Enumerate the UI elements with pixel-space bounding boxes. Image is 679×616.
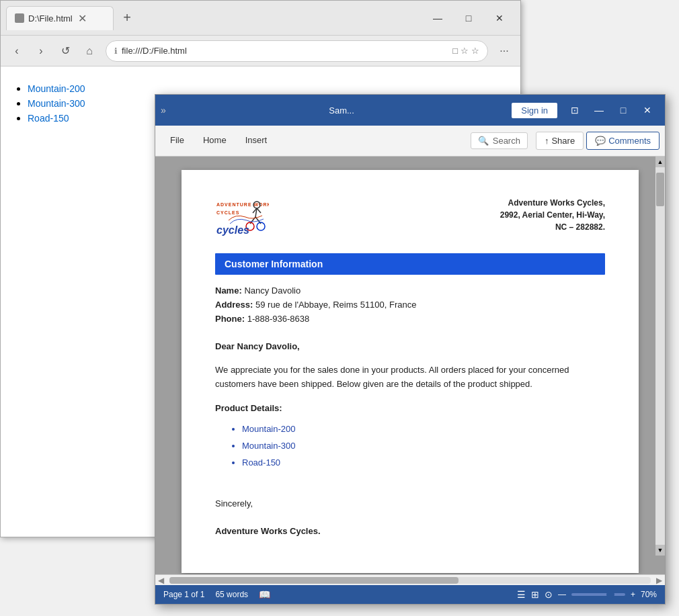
word-statusbar: Page 1 of 1 65 words 📖 ☰ ⊞ ⊙ — + 70% (155, 585, 665, 604)
name-value: Nancy Davolio (244, 285, 301, 296)
print-layout-icon[interactable]: ⊞ (531, 589, 539, 600)
vscroll-thumb[interactable] (656, 173, 664, 206)
mountain-300-link[interactable]: Mountain-300 (28, 98, 85, 109)
word-minimize-button[interactable]: — (587, 98, 611, 122)
vscroll-up-button[interactable]: ▲ (655, 157, 665, 167)
letter-closing: Sincerely, Adventure Works Cycles. (215, 497, 605, 539)
word-ribbon: File Home Insert 🔍 Search ↑ Share 💬 Comm… (155, 126, 665, 157)
zoom-minus-button[interactable]: — (558, 590, 566, 599)
word-count: 65 words (215, 590, 248, 599)
company-logo: ADVENTURE WORKS CYCLES (215, 197, 336, 240)
tab-home[interactable]: Home (194, 126, 236, 156)
product-list: Mountain-200 Mountain-300 Road-150 (215, 423, 605, 470)
hscroll-thumb[interactable] (169, 577, 458, 584)
company-name: Adventure Works Cycles, (500, 197, 605, 209)
word-title: Sam... (171, 105, 512, 116)
home-button[interactable]: ⌂ (79, 40, 100, 62)
search-box[interactable]: 🔍 Search (471, 132, 528, 149)
page-indicator: Page 1 of 1 (163, 590, 204, 599)
tab-insert[interactable]: Insert (236, 126, 277, 156)
letter-greeting: Dear Nancy Davolio, (215, 340, 605, 354)
sign-in-button[interactable]: Sign in (512, 103, 557, 118)
zoom-thumb (606, 590, 614, 599)
browser-restore-button[interactable]: □ (453, 7, 484, 29)
phone-value: 1-888-936-8638 (247, 314, 310, 324)
forward-button[interactable]: › (30, 40, 52, 62)
address-label: Address: (215, 300, 253, 310)
hscroll-track (169, 577, 651, 584)
vscroll-track (655, 167, 665, 545)
layout-view-icon[interactable]: ☰ (517, 589, 526, 600)
svg-line-7 (257, 208, 261, 213)
word-restore-button[interactable]: □ (611, 98, 635, 122)
svg-text:cycles: cycles (216, 224, 249, 236)
customer-phone-row: Phone: 1-888-936-8638 (215, 314, 605, 324)
favorites-icon[interactable]: ☆ (461, 46, 469, 56)
tab-file[interactable]: File (161, 126, 194, 156)
search-label: Search (493, 136, 520, 146)
zoom-plus-button[interactable]: + (631, 590, 635, 599)
settings-button[interactable]: ··· (493, 40, 515, 62)
browser-titlebar: D:\File.html ✕ + — □ ✕ (1, 1, 520, 36)
word-content[interactable]: ADVENTURE WORKS CYCLES (155, 157, 665, 574)
reader-view-icon[interactable]: □ (452, 46, 458, 56)
refresh-button[interactable]: ↺ (54, 40, 76, 62)
doc-header: ADVENTURE WORKS CYCLES (215, 197, 605, 240)
horizontal-scrollbar[interactable]: ◀ ▶ (155, 574, 665, 585)
comments-icon: 💬 (595, 136, 606, 146)
phone-label: Phone: (215, 314, 245, 324)
browser-close-button[interactable]: ✕ (484, 7, 515, 29)
address-actions: □ ☆ ☆ (452, 46, 479, 56)
zoom-slider[interactable] (571, 593, 625, 596)
mountain-200-link[interactable]: Mountain-200 (28, 83, 85, 94)
url-text: file:///D:/File.html (122, 46, 452, 56)
word-win-controls: ⊡ — □ ✕ (563, 98, 660, 122)
product-item: Road-150 (242, 456, 605, 470)
collections-icon[interactable]: ☆ (471, 46, 479, 56)
tab-close-button[interactable]: ✕ (78, 12, 87, 25)
company-address: Adventure Works Cycles, 2992, Aerial Cen… (500, 197, 605, 233)
logo-container: ADVENTURE WORKS CYCLES (215, 197, 336, 240)
closing-text: Sincerely, (215, 497, 605, 511)
comments-button[interactable]: 💬 Comments (586, 132, 660, 150)
name-label: Name: (215, 285, 242, 296)
letter-signature: Adventure Works Cycles. (215, 525, 605, 539)
vscroll-down-button[interactable]: ▼ (655, 545, 665, 556)
quick-access-icon: » (161, 105, 166, 116)
word-close-button[interactable]: ✕ (635, 98, 660, 122)
product-item: Mountain-200 (242, 423, 605, 437)
zoom-track (571, 593, 625, 596)
search-icon: 🔍 (478, 136, 489, 146)
browser-minimize-button[interactable]: — (422, 7, 453, 29)
browser-win-controls: — □ ✕ (422, 7, 515, 29)
statusbar-right: ☰ ⊞ ⊙ — + 70% (517, 589, 657, 600)
share-icon: ↑ (545, 136, 549, 146)
customer-info-header: Customer Information (215, 253, 605, 275)
zoom-level: 70% (641, 590, 657, 599)
tab-title: D:\File.html (28, 13, 73, 24)
word-fullscreen-button[interactable]: ⊡ (563, 98, 587, 122)
vertical-scrollbar[interactable]: ▲ ▼ (655, 157, 665, 556)
back-button[interactable]: ‹ (6, 40, 28, 62)
share-button[interactable]: ↑ Share (536, 132, 584, 150)
address-bar[interactable]: ℹ file:///D:/File.html □ ☆ ☆ (106, 40, 488, 62)
word-titlebar: » Sam... Sign in ⊡ — □ ✕ (155, 95, 665, 126)
comments-label: Comments (608, 136, 651, 146)
svg-text:ADVENTURE WORKS: ADVENTURE WORKS (216, 202, 269, 207)
focus-icon[interactable]: ⊙ (545, 589, 553, 600)
svg-text:CYCLES: CYCLES (216, 210, 239, 215)
info-icon: ℹ (114, 46, 118, 56)
share-label: Share (551, 136, 575, 146)
hscroll-left-button[interactable]: ◀ (155, 576, 167, 585)
road-150-link[interactable]: Road-150 (28, 113, 69, 124)
hscroll-right-button[interactable]: ▶ (653, 576, 665, 585)
logo-icon: ADVENTURE WORKS CYCLES (215, 197, 269, 240)
ribbon-actions: ↑ Share 💬 Comments (536, 132, 660, 150)
company-address-line2: NC – 282882. (500, 221, 605, 233)
address-value: 59 rue de l'Abbaye, Reims 51100, France (255, 300, 417, 310)
browser-controls: ‹ › ↺ ⌂ ℹ file:///D:/File.html □ ☆ ☆ ··· (1, 36, 520, 67)
read-mode-icon[interactable]: 📖 (259, 589, 270, 600)
browser-tab[interactable]: D:\File.html ✕ (6, 6, 114, 30)
product-details-label: Product Details: (215, 402, 605, 416)
new-tab-button[interactable]: + (116, 7, 138, 29)
